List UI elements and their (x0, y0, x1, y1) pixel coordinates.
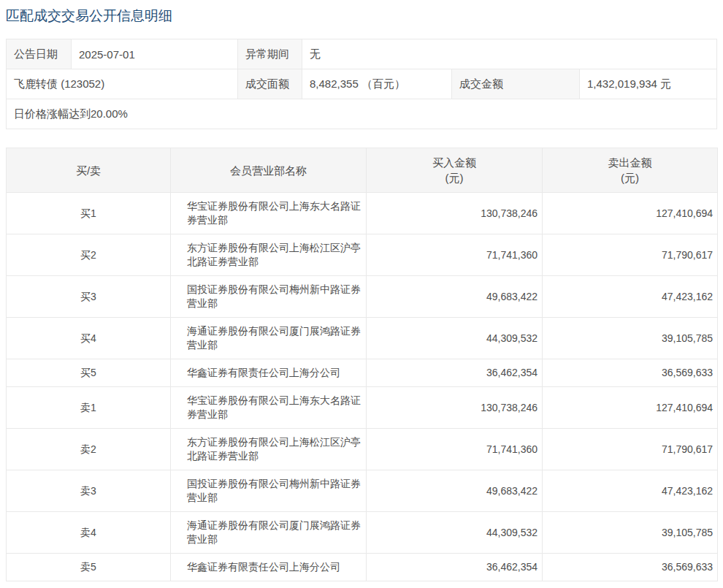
table-row: 卖3 国投证券股份有限公司梅州新中路证券营业部 49,683,422 47,42… (7, 470, 718, 512)
col-header-broker: 会员营业部名称 (171, 148, 367, 193)
buy-amount-cell: 44,309,532 (367, 512, 543, 554)
side-cell: 买3 (7, 276, 171, 318)
buy-amount-cell: 130,738,246 (367, 193, 543, 234)
broker-cell: 海通证券股份有限公司厦门展鸿路证券营业部 (171, 512, 367, 554)
col-header-buy-unit: (元) (367, 170, 541, 186)
buy-amount-cell: 49,683,422 (367, 276, 543, 318)
sell-amount-cell: 39,105,785 (543, 512, 718, 554)
broker-cell: 东方证券股份有限公司上海松江区沪亭北路证券营业部 (171, 429, 367, 470)
broker-cell: 华鑫证券有限责任公司上海分公司 (171, 554, 367, 581)
announce-date-value: 2025-07-01 (72, 39, 238, 69)
buy-amount-cell: 130,738,246 (367, 387, 543, 429)
abnormal-period-value: 无 (302, 39, 716, 69)
col-header-sell-unit: (元) (543, 170, 716, 186)
broker-cell: 东方证券股份有限公司上海松江区沪亭北路证券营业部 (171, 234, 367, 276)
col-header-sell: 卖出金额 (元) (543, 148, 718, 193)
sell-amount-cell: 127,410,694 (543, 387, 718, 429)
face-amount-label: 成交面额 (238, 69, 302, 99)
info-row-trigger: 日价格涨幅达到20.00% (7, 99, 716, 129)
sell-amount-cell: 127,410,694 (543, 193, 718, 234)
col-header-sell-label: 卖出金额 (543, 155, 716, 170)
security-name: 飞鹿转债 (123052) (7, 69, 238, 99)
page-container: 匹配成交交易公开信息明细 公告日期 2025-07-01 异常期间 无 飞鹿转债… (0, 7, 723, 581)
broker-cell: 华宝证券股份有限公司上海东大名路证券营业部 (171, 193, 367, 234)
side-cell: 卖1 (7, 387, 171, 429)
trigger-note: 日价格涨幅达到20.00% (7, 99, 716, 129)
page-title: 匹配成交交易公开信息明细 (6, 7, 717, 25)
table-row: 买3 国投证券股份有限公司梅州新中路证券营业部 49,683,422 47,42… (7, 276, 718, 318)
buy-amount-cell: 36,462,354 (367, 554, 543, 581)
broker-cell: 海通证券股份有限公司厦门展鸿路证券营业部 (171, 318, 367, 359)
sell-amount-cell: 47,423,162 (543, 276, 718, 318)
broker-cell: 国投证券股份有限公司梅州新中路证券营业部 (171, 276, 367, 318)
side-cell: 买1 (7, 193, 171, 234)
buy-amount-cell: 71,741,360 (367, 234, 543, 276)
buy-amount-cell: 44,309,532 (367, 318, 543, 359)
sell-amount-cell: 71,790,617 (543, 429, 718, 470)
broker-cell: 华鑫证券有限责任公司上海分公司 (171, 359, 367, 387)
side-cell: 卖4 (7, 512, 171, 554)
face-amount-value: 8,482,355 （百元） (302, 69, 452, 99)
table-row: 买1 华宝证券股份有限公司上海东大名路证券营业部 130,738,246 127… (7, 193, 718, 234)
side-cell: 卖3 (7, 470, 171, 512)
sell-amount-cell: 36,569,633 (543, 359, 718, 387)
col-header-side: 买/卖 (7, 148, 171, 193)
side-cell: 买2 (7, 234, 171, 276)
table-row: 卖2 东方证券股份有限公司上海松江区沪亭北路证券营业部 71,741,360 7… (7, 429, 718, 470)
broker-cell: 国投证券股份有限公司梅州新中路证券营业部 (171, 470, 367, 512)
turnover-label: 成交金额 (452, 69, 580, 99)
sell-amount-cell: 39,105,785 (543, 318, 718, 359)
info-row-date: 公告日期 2025-07-01 异常期间 无 (7, 39, 716, 69)
turnover-value: 1,432,019,934 元 (580, 69, 716, 99)
col-header-buy: 买入金额 (元) (367, 148, 543, 193)
buy-amount-cell: 36,462,354 (367, 359, 543, 387)
table-row: 卖4 海通证券股份有限公司厦门展鸿路证券营业部 44,309,532 39,10… (7, 512, 718, 554)
sell-amount-cell: 71,790,617 (543, 234, 718, 276)
broker-table-body: 买1 华宝证券股份有限公司上海东大名路证券营业部 130,738,246 127… (7, 193, 718, 581)
side-cell: 卖2 (7, 429, 171, 470)
side-cell: 买5 (7, 359, 171, 387)
buy-amount-cell: 49,683,422 (367, 470, 543, 512)
table-row: 买2 东方证券股份有限公司上海松江区沪亭北路证券营业部 71,741,360 7… (7, 234, 718, 276)
sell-amount-cell: 47,423,162 (543, 470, 718, 512)
abnormal-period-label: 异常期间 (238, 39, 302, 69)
table-row: 卖1 华宝证券股份有限公司上海东大名路证券营业部 130,738,246 127… (7, 387, 718, 429)
header-row: 买/卖 会员营业部名称 买入金额 (元) 卖出金额 (元) (7, 148, 718, 193)
announce-date-label: 公告日期 (7, 39, 72, 69)
table-row: 卖5 华鑫证券有限责任公司上海分公司 36,462,354 36,569,633 (7, 554, 718, 581)
broker-table: 买/卖 会员营业部名称 买入金额 (元) 卖出金额 (元) 买1 华宝证券股份有… (6, 148, 718, 581)
broker-cell: 华宝证券股份有限公司上海东大名路证券营业部 (171, 387, 367, 429)
info-row-security: 飞鹿转债 (123052) 成交面额 8,482,355 （百元） 成交金额 1… (7, 69, 716, 99)
buy-amount-cell: 71,741,360 (367, 429, 543, 470)
side-cell: 买4 (7, 318, 171, 359)
col-header-buy-label: 买入金额 (367, 155, 541, 170)
broker-table-header: 买/卖 会员营业部名称 买入金额 (元) 卖出金额 (元) (7, 148, 718, 193)
summary-info-box: 公告日期 2025-07-01 异常期间 无 飞鹿转债 (123052) 成交面… (6, 39, 717, 129)
table-row: 买5 华鑫证券有限责任公司上海分公司 36,462,354 36,569,633 (7, 359, 718, 387)
table-row: 买4 海通证券股份有限公司厦门展鸿路证券营业部 44,309,532 39,10… (7, 318, 718, 359)
side-cell: 卖5 (7, 554, 171, 581)
sell-amount-cell: 36,569,633 (543, 554, 718, 581)
